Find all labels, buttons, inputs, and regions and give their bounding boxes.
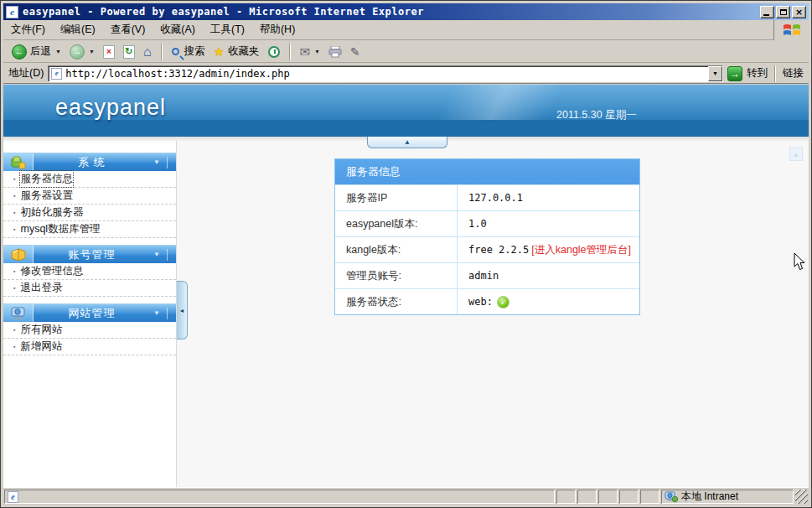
sidebar-item-logout[interactable]: ▪ 退出登录 [3,280,176,297]
sidebar-item-label: 新增网站 [20,339,62,355]
sidebar-item-server-info[interactable]: ▪ 服务器信息 [3,171,176,188]
sidebar-item-label: 所有网站 [20,322,62,338]
sidebar-collapse-handle[interactable]: ◄ [177,281,188,340]
collapse-left-icon: ◄ [179,308,185,314]
banner-collapse-tab[interactable]: ▲ [367,137,447,148]
sidebar-item-label: mysql数据库管理 [20,221,100,237]
browser-window: e easypanel - Powered by easypanel - Mic… [0,0,812,508]
stop-button[interactable]: × [100,44,118,60]
row-value: 127.0.0.1 [458,185,639,210]
easypanel-banner: easypanel 2011.5.30 星期一 [3,85,809,137]
forward-dropdown-icon[interactable]: ▼ [89,49,95,54]
go-button[interactable]: → [727,66,742,81]
mail-button[interactable]: ✉ ▼ [297,44,324,60]
bullet-icon: ▪ [13,221,15,237]
status-ie-icon: e [8,491,18,503]
zone-label: 本地 Intranet [681,490,738,504]
table-row: 服务器状态: web: ✓ [335,288,639,314]
sidebar-section-system[interactable]: 系 统 ▼ [3,153,176,171]
bullet-icon: ▪ [13,263,15,279]
bullet-icon: ▪ [13,188,15,204]
section-chevron-down-icon: ▼ [153,158,160,166]
web-status-ok-icon: ✓ [497,296,509,308]
sidebar-item-edit-admin-info[interactable]: ▪ 修改管理信息 [3,263,176,280]
kangle-admin-link[interactable]: [进入kangle管理后台] [531,243,631,257]
favorites-button[interactable]: ★ 收藏夹 [210,43,263,60]
menu-bar: 文件(F) 编辑(E) 查看(V) 收藏(A) 工具(T) 帮助(H) [3,20,809,40]
row-label: kangle版本: [335,237,458,262]
links-separator [774,65,776,82]
section-title: 网站管理 [34,306,150,321]
sidebar-item-label: 初始化服务器 [20,205,83,220]
banner-dark-strip [3,120,809,137]
row-label: 管理员账号: [335,263,458,288]
status-bar: e 本地 Intranet [3,487,809,505]
menu-help[interactable]: 帮助(H) [252,20,303,39]
resize-grip[interactable] [795,490,808,504]
toolbar-separator [161,44,163,60]
address-input[interactable]: e http://localhost:3312/admin/index.php … [48,65,723,82]
sidebar-item-server-settings[interactable]: ▪ 服务器设置 [3,188,176,205]
history-icon [268,46,280,58]
ie-document-icon: e [6,6,18,18]
url-text[interactable]: http://localhost:3312/admin/index.php [65,68,705,80]
section-separator [167,308,168,319]
menu-file[interactable]: 文件(F) [3,20,53,39]
page-content: ▲ ▲ 系 统 ▼ ▪ 服务器信息 [3,137,809,487]
menu-edit[interactable]: 编辑(E) [53,20,103,39]
mail-dropdown-icon[interactable]: ▼ [314,49,320,54]
page-ie-icon: e [51,68,62,80]
account-book-icon [3,246,34,263]
system-box-icon [3,153,34,171]
menu-view[interactable]: 查看(V) [103,20,153,39]
address-bar: 地址(D) e http://localhost:3312/admin/inde… [3,64,809,84]
forward-button[interactable]: → ▼ [66,43,98,61]
bullet-icon: ▪ [13,171,15,187]
address-dropdown-button[interactable]: ▼ [708,66,722,81]
security-zone-panel: 本地 Intranet [661,490,794,504]
go-label[interactable]: 转到 [747,66,768,80]
refresh-button[interactable]: ↻ [120,44,138,60]
toolbar-separator [289,44,291,60]
mail-icon: ✉ [300,45,311,58]
minimize-button[interactable] [760,6,774,18]
sidebar-item-add-website[interactable]: ▪ 新增网站 [3,339,176,355]
section-chevron-down-icon: ▼ [153,309,160,317]
bullet-icon: ▪ [13,339,15,355]
search-icon [172,48,179,55]
menu-favorites[interactable]: 收藏(A) [153,20,203,39]
status-panel [598,490,618,504]
links-label[interactable]: 链接 [783,66,804,80]
back-button[interactable]: ← 后退 ▼ [8,43,65,61]
status-panel [577,490,597,504]
sidebar-item-init-server[interactable]: ▪ 初始化服务器 [3,205,176,221]
status-panel [556,490,576,504]
scroll-up-icon: ▲ [794,152,799,158]
back-dropdown-icon[interactable]: ▼ [55,49,61,54]
sidebar-item-all-websites[interactable]: ▪ 所有网站 [3,322,176,339]
search-button[interactable]: 搜索 [168,43,209,60]
status-panel [640,490,659,504]
printer-icon [328,46,342,58]
print-button[interactable] [325,44,345,60]
section-separator [167,157,168,168]
table-row: 服务器IP 127.0.0.1 [335,184,639,210]
close-button[interactable]: × [792,6,806,18]
sidebar-section-account[interactable]: 账号管理 ▼ [3,245,176,263]
row-label: 服务器状态: [335,289,458,314]
browser-toolbar: ← 后退 ▼ → ▼ × ↻ ⌂ 搜索 ★ 收藏夹 ✉ [3,41,809,63]
sidebar-item-label: 退出登录 [20,280,62,296]
windows-logo-icon [773,20,809,40]
table-title: 服务器信息 [335,159,639,184]
sidebar-item-mysql-admin[interactable]: ▪ mysql数据库管理 [3,221,176,238]
edit-button[interactable]: ✎ [347,44,364,60]
scrollbar-up-button[interactable]: ▲ [789,148,803,161]
section-title: 系 统 [34,155,150,170]
menu-tools[interactable]: 工具(T) [203,20,252,39]
sidebar-section-website[interactable]: 网站管理 ▼ [3,303,176,322]
maximize-button[interactable] [776,6,790,18]
home-button[interactable]: ⌂ [140,44,155,60]
history-button[interactable] [265,44,283,60]
forward-icon: → [70,44,85,60]
sidebar-nav: 系 统 ▼ ▪ 服务器信息 ▪ 服务器设置 ▪ 初始化服务器 ▪ mysql数据… [3,141,177,487]
